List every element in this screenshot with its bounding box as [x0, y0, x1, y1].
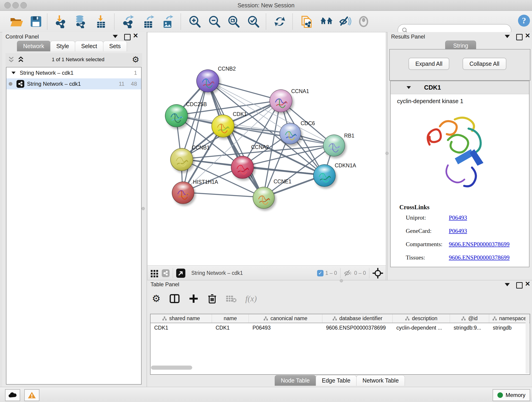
show-all-eye-icon[interactable] [357, 15, 370, 28]
expand-all-button[interactable]: Expand All [409, 58, 449, 70]
node-cdkn1a[interactable] [313, 164, 336, 187]
node-cdc6[interactable] [279, 123, 301, 144]
table-tabs: Node TableEdge TableNetwork Table [147, 375, 532, 386]
column-header-name[interactable]: name [212, 314, 249, 323]
node-label-cdk1: CDK1 [233, 111, 247, 117]
crosslink-value-link[interactable]: P06493 [449, 228, 467, 235]
vertical-scrollbar[interactable] [526, 315, 529, 373]
node-label-ccna1: CCNA1 [291, 88, 309, 95]
table-options-gear-icon[interactable]: ⚙ [152, 294, 161, 303]
import-network-icon[interactable] [55, 15, 68, 28]
help-icon[interactable]: ? [517, 14, 531, 27]
zoom-in-icon[interactable] [188, 15, 201, 28]
node-ccne1[interactable] [253, 187, 275, 209]
network-canvas[interactable]: CCNB2CCNA1CDC25BCDK1CDC6RB1CCNB1CCNA2CDK… [147, 32, 386, 265]
tab-node-table[interactable]: Node Table [275, 375, 316, 386]
float-panel-icon[interactable] [516, 282, 523, 288]
node-ccna2[interactable] [231, 156, 254, 179]
node-details-body: cyclin-dependent kinase 1 CrossLink [391, 94, 529, 266]
cell-description[interactable]: cyclin-dependent ... [393, 325, 450, 331]
cell-name[interactable]: CDK1 [212, 325, 249, 331]
add-column-icon[interactable] [189, 294, 199, 304]
cell-@id[interactable]: stringdb:9... [450, 325, 489, 331]
fit-selected-crosshair-icon[interactable] [373, 268, 383, 279]
string-network-icon [17, 80, 24, 88]
network-row[interactable]: String Network – cdk1 11 48 [6, 78, 141, 89]
right-splitter-handle[interactable] [385, 152, 389, 155]
results-panel: Results Panel ✕ String Expand All Collap… [387, 32, 532, 280]
cell-database-identifier[interactable]: 9606.ENSP00000378699 [322, 325, 393, 331]
cell-canonical-name[interactable]: P06493 [249, 325, 322, 331]
left-splitter-handle[interactable] [142, 207, 145, 210]
tab-style[interactable]: Style [50, 41, 75, 51]
open-session-icon[interactable] [10, 15, 23, 28]
node-cdk1[interactable] [211, 115, 234, 138]
grid-view-icon[interactable] [150, 269, 159, 278]
export-table-icon[interactable] [142, 15, 155, 28]
birds-eye-view-icon[interactable] [176, 269, 185, 278]
network-collection-row[interactable]: String Network – cdk1 1 [6, 67, 141, 78]
zoom-out-icon[interactable] [208, 15, 221, 28]
close-panel-icon[interactable]: ✕ [525, 33, 530, 39]
panel-menu-icon[interactable] [113, 35, 118, 39]
hide-selected-eye-icon[interactable] [338, 15, 351, 28]
toolbar-separator [114, 13, 114, 30]
collapse-all-button[interactable]: Collapse All [462, 58, 506, 70]
crosslink-value-link[interactable]: 9606.ENSP00000378699 [449, 241, 510, 248]
edge-CCNE1-HIST1H1A[interactable] [183, 192, 263, 197]
node-cdc25b[interactable] [165, 104, 188, 127]
table-row[interactable]: CDK1CDK1P064939606.ENSP00000378699cyclin… [151, 323, 530, 332]
float-panel-icon[interactable] [516, 34, 523, 40]
crosslink-value-link[interactable]: 9606.ENSP00000378699 [449, 254, 510, 261]
node-hist1h1a[interactable] [172, 182, 194, 204]
column-header-canonical-name[interactable]: canonical name [249, 314, 322, 323]
expand-all-icon[interactable] [17, 56, 24, 64]
tab-sets[interactable]: Sets [103, 41, 127, 51]
crosslink-value-link[interactable]: P06493 [449, 214, 467, 221]
first-neighbors-icon[interactable] [320, 15, 333, 28]
node-ccnb1[interactable] [170, 148, 193, 171]
zoom-selected-icon[interactable] [247, 15, 260, 28]
network-share-view-icon[interactable] [162, 269, 170, 277]
node-ccna1[interactable] [269, 89, 292, 112]
import-table-icon[interactable] [94, 15, 108, 28]
column-header-@id[interactable]: @id [450, 314, 489, 323]
tab-select[interactable]: Select [75, 41, 103, 51]
close-panel-icon[interactable]: ✕ [525, 281, 530, 287]
node-rb1[interactable] [323, 134, 345, 157]
node-section-header[interactable]: CDK1 [391, 81, 529, 94]
node-ccnb2[interactable] [196, 70, 219, 92]
new-network-from-selection-icon[interactable] [300, 15, 313, 28]
protein-ribbon-thumbnail [317, 170, 332, 185]
cloud-button[interactable] [5, 389, 20, 401]
cell-namespace[interactable]: stringdb [489, 325, 530, 331]
import-network-from-database-icon[interactable] [74, 15, 87, 28]
column-header-namespace[interactable]: namespace [489, 314, 530, 323]
column-header-shared-name[interactable]: shared name [151, 314, 212, 323]
float-panel-icon[interactable] [124, 34, 131, 40]
column-header-database-identifier[interactable]: database identifier [322, 314, 393, 323]
apply-layout-icon[interactable] [273, 15, 286, 28]
horizontal-scrollbar-thumb[interactable] [151, 366, 192, 370]
memory-button[interactable]: Memory [493, 389, 530, 401]
cell-shared-name[interactable]: CDK1 [151, 325, 212, 331]
warning-button[interactable] [24, 389, 39, 401]
panel-menu-icon[interactable] [505, 35, 510, 39]
results-panel-title: Results Panel [391, 33, 425, 40]
tab-network-table[interactable]: Network Table [356, 375, 405, 386]
tab-edge-table[interactable]: Edge Table [316, 375, 357, 386]
horizontal-splitter-handle[interactable] [340, 279, 343, 282]
selected-checkbox-icon[interactable]: ✓ [317, 270, 323, 276]
delete-column-icon[interactable] [207, 293, 217, 304]
column-header-description[interactable]: description [393, 314, 450, 323]
collapse-all-icon[interactable] [8, 56, 15, 64]
export-image-icon[interactable] [161, 15, 174, 28]
zoom-fit-icon[interactable] [227, 15, 240, 28]
close-panel-icon[interactable]: ✕ [133, 33, 138, 39]
save-session-icon[interactable] [29, 15, 43, 28]
network-options-gear-icon[interactable]: ⚙ [132, 56, 139, 64]
tab-network[interactable]: Network [17, 41, 51, 51]
show-columns-icon[interactable] [169, 293, 180, 304]
panel-menu-icon[interactable] [505, 283, 510, 287]
export-network-icon[interactable] [122, 15, 135, 28]
